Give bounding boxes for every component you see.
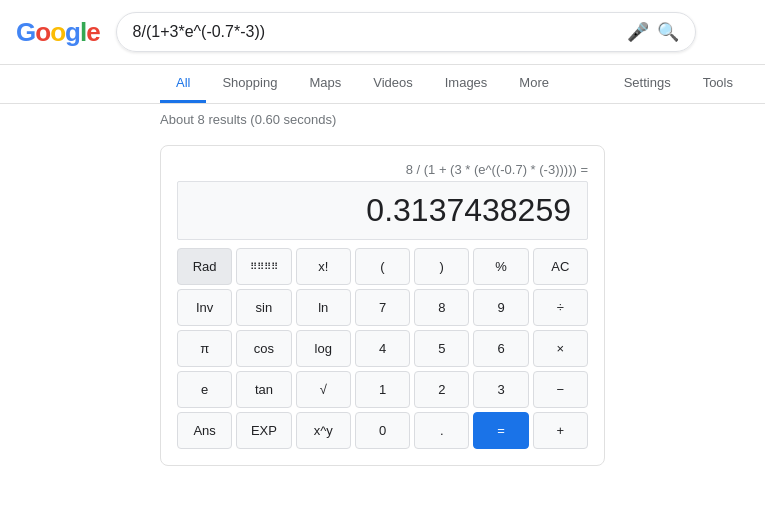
results-info: About 8 results (0.60 seconds) bbox=[0, 104, 765, 135]
calc-btn-sin[interactable]: sin bbox=[236, 289, 291, 326]
calc-btn-2[interactable]: 2 bbox=[414, 371, 469, 408]
google-logo: Google bbox=[16, 17, 100, 48]
calc-btn-3[interactable]: 3 bbox=[473, 371, 528, 408]
calc-btn-_[interactable]: √ bbox=[296, 371, 351, 408]
calculator-card: 8 / (1 + (3 * (e^((-0.7) * (-3))))) = 0.… bbox=[160, 145, 605, 466]
calc-btn-4[interactable]: 4 bbox=[355, 330, 410, 367]
tab-images[interactable]: Images bbox=[429, 65, 504, 103]
calc-btn-x_[interactable]: x! bbox=[296, 248, 351, 285]
calc-btn-_[interactable]: π bbox=[177, 330, 232, 367]
calc-btn-_[interactable]: × bbox=[533, 330, 588, 367]
calc-btn-x_y[interactable]: x^y bbox=[296, 412, 351, 449]
calculator-expression: 8 / (1 + (3 * (e^((-0.7) * (-3))))) = bbox=[177, 162, 588, 177]
calc-btn-AC[interactable]: AC bbox=[533, 248, 588, 285]
calculator-result: 0.3137438259 bbox=[177, 181, 588, 240]
calc-btn-_[interactable]: . bbox=[414, 412, 469, 449]
tab-more[interactable]: More bbox=[503, 65, 565, 103]
calc-btn-Ans[interactable]: Ans bbox=[177, 412, 232, 449]
calc-btn-9[interactable]: 9 bbox=[473, 289, 528, 326]
calc-btn-_[interactable]: ÷ bbox=[533, 289, 588, 326]
search-bar: 8/(1+3*e^(-0.7*-3)) 🎤 🔍 bbox=[116, 12, 696, 52]
calc-btn-log[interactable]: log bbox=[296, 330, 351, 367]
calc-btn-EXP[interactable]: EXP bbox=[236, 412, 291, 449]
calc-btn-Inv[interactable]: Inv bbox=[177, 289, 232, 326]
tab-settings[interactable]: Settings bbox=[608, 65, 687, 103]
tab-maps[interactable]: Maps bbox=[293, 65, 357, 103]
calc-btn-_[interactable]: = bbox=[473, 412, 528, 449]
calc-btn-Rad[interactable]: Rad bbox=[177, 248, 232, 285]
search-input[interactable]: 8/(1+3*e^(-0.7*-3)) bbox=[133, 23, 619, 41]
tab-all[interactable]: All bbox=[160, 65, 206, 103]
tab-shopping[interactable]: Shopping bbox=[206, 65, 293, 103]
calc-btn-_[interactable]: % bbox=[473, 248, 528, 285]
calc-btn-tan[interactable]: tan bbox=[236, 371, 291, 408]
calc-btn-5[interactable]: 5 bbox=[414, 330, 469, 367]
tab-videos[interactable]: Videos bbox=[357, 65, 429, 103]
calc-btn-6[interactable]: 6 bbox=[473, 330, 528, 367]
calc-btn-_[interactable]: ) bbox=[414, 248, 469, 285]
calc-btn-_[interactable]: ( bbox=[355, 248, 410, 285]
microphone-icon[interactable]: 🎤 bbox=[627, 21, 649, 43]
calc-btn-cos[interactable]: cos bbox=[236, 330, 291, 367]
search-icon[interactable]: 🔍 bbox=[657, 21, 679, 43]
calc-btn-____[interactable]: ⠿⠿⠿⠿ bbox=[236, 248, 291, 285]
calculator-buttons: Rad⠿⠿⠿⠿x!()%ACInvsinln789÷πcoslog456×eta… bbox=[177, 248, 588, 449]
calc-btn-ln[interactable]: ln bbox=[296, 289, 351, 326]
tab-tools[interactable]: Tools bbox=[687, 65, 749, 103]
nav-tabs: All Shopping Maps Videos Images More Set… bbox=[0, 65, 765, 104]
calc-btn-0[interactable]: 0 bbox=[355, 412, 410, 449]
calc-btn-7[interactable]: 7 bbox=[355, 289, 410, 326]
calc-btn-e[interactable]: e bbox=[177, 371, 232, 408]
calc-btn-_[interactable]: − bbox=[533, 371, 588, 408]
header: Google 8/(1+3*e^(-0.7*-3)) 🎤 🔍 bbox=[0, 0, 765, 65]
calc-btn-_[interactable]: + bbox=[533, 412, 588, 449]
calc-btn-8[interactable]: 8 bbox=[414, 289, 469, 326]
calc-btn-1[interactable]: 1 bbox=[355, 371, 410, 408]
